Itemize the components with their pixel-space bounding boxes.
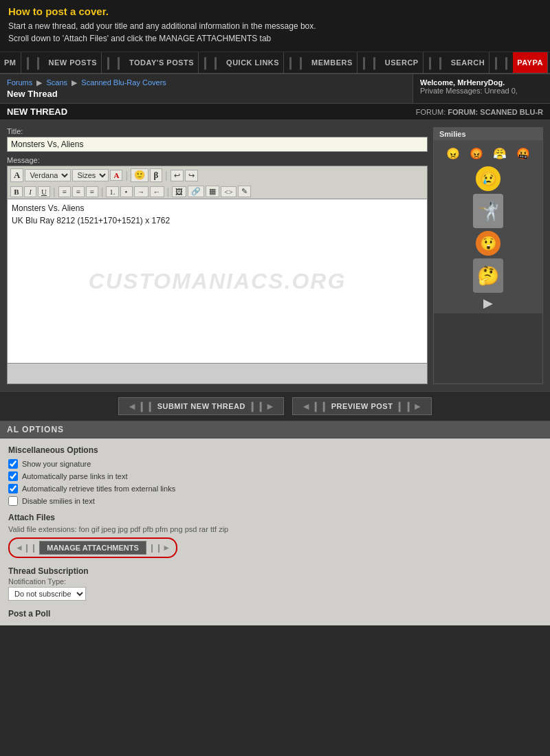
notification-label: Notification Type: (8, 577, 542, 586)
smiley-row-4: 😲 (476, 231, 500, 256)
welcome-text: Welcome, MrHenryDog. (420, 78, 543, 87)
outdent-btn[interactable]: ← (150, 186, 164, 197)
nav-new-posts[interactable]: NEW POSTS (45, 52, 102, 73)
submit-dec-left: ◄❙❙ (127, 401, 154, 412)
how-to-desc1: Start a new thread, add your title and a… (8, 20, 542, 32)
checkbox-signature-label: Show your signature (22, 460, 91, 468)
align-center-btn[interactable]: ≡ (72, 186, 85, 197)
smiley-confused[interactable]: 🤔 (473, 258, 503, 293)
toolbar-bold-icon[interactable]: A (10, 168, 23, 182)
italic-btn[interactable]: I (24, 186, 36, 197)
title-input[interactable] (7, 137, 428, 152)
smiley-surprised[interactable]: 😲 (476, 231, 500, 256)
insert-link-btn[interactable]: 🔗 (188, 186, 204, 197)
manage-attachments-button[interactable]: MANAGE ATTACHMENTS (39, 541, 146, 555)
special-char-btn[interactable]: β (150, 168, 162, 182)
attach-section: Attach Files Valid file extensions: fon … (8, 513, 542, 558)
action-buttons: ◄❙❙ SUBMIT NEW THREAD ❙❙► ◄❙❙ PREVIEW PO… (0, 391, 550, 421)
misc-btn[interactable]: ✎ (238, 186, 251, 197)
manage-dec-left: ◄❙❙ (15, 543, 37, 553)
checkbox-parse-links-label: Automatically parse links in text (22, 472, 127, 480)
smiley-btn[interactable]: 🙂 (131, 168, 148, 182)
nav-pm[interactable]: PM (0, 52, 21, 73)
smiley-angry-2[interactable]: 😡 (466, 143, 487, 164)
checkbox-disable-smilies-label: Disable smilies in text (22, 497, 95, 505)
submit-label: SUBMIT NEW THREAD (157, 402, 245, 410)
attach-highlight: ◄❙❙ MANAGE ATTACHMENTS ❙❙► (8, 537, 177, 558)
misc-title: Miscellaneous Options (8, 445, 542, 455)
submit-thread-button[interactable]: ◄❙❙ SUBMIT NEW THREAD ❙❙► (118, 397, 284, 415)
attach-extensions: Valid file extensions: fon gif jpeg jpg … (8, 525, 542, 533)
pm-info: Private Messages: Unread 0, (420, 87, 543, 95)
checkbox-retrieve-titles-input[interactable] (8, 484, 18, 493)
nav-usercp[interactable]: USERCP (381, 52, 424, 73)
checkbox-retrieve-titles: Automatically retrieve titles from exter… (8, 484, 542, 493)
manage-dec-right: ❙❙► (148, 543, 170, 553)
subscription-title: Thread Subscription (8, 566, 542, 576)
indent-btn[interactable]: → (134, 186, 148, 197)
editor-text: Monsters Vs. Aliens UK Blu Ray 8212 (152… (12, 203, 423, 225)
title-label: Title: (7, 127, 428, 135)
smiley-action[interactable]: 🤺 (473, 194, 503, 228)
unordered-list-btn[interactable]: • (120, 186, 133, 197)
smiley-angry-4[interactable]: 🤬 (513, 143, 534, 164)
checkbox-disable-smilies: Disable smilies in text (8, 496, 542, 506)
nav-search[interactable]: SEARCH (447, 52, 490, 73)
font-select[interactable]: Verdana (25, 169, 71, 181)
smiley-angry-1[interactable]: 😠 (443, 143, 463, 164)
underline-btn[interactable]: U (38, 186, 50, 197)
breadcrumb-scans[interactable]: Scans (47, 78, 68, 87)
editor-line1: Monsters Vs. Aliens (12, 203, 423, 213)
checkbox-parse-links-input[interactable] (8, 471, 18, 481)
checkbox-parse-links: Automatically parse links in text (8, 471, 542, 481)
undo-btn[interactable]: ↩ (170, 170, 184, 181)
align-left-btn[interactable]: ≡ (58, 186, 71, 197)
notification-select[interactable]: Do not subscribe (8, 587, 86, 601)
nav-members[interactable]: MEMBERS (307, 52, 358, 73)
thread-header: NEW THREAD FORUM: FORUM: SCANNED BLU-R (0, 104, 550, 120)
options-body: Miscellaneous Options Show your signatur… (0, 438, 550, 625)
new-thread-heading: NEW THREAD (7, 107, 67, 117)
message-label: Message: (7, 156, 428, 164)
editor-content-area[interactable]: CUSTOMANIACS.ORG Monsters Vs. Aliens UK … (7, 199, 428, 364)
new-thread-label: New Thread (7, 89, 406, 99)
preview-dec-right: ❙❙► (395, 401, 422, 412)
watermark: CUSTOMANIACS.ORG (89, 269, 346, 294)
smiley-row-6: ▶ (483, 296, 493, 311)
smilies-header: Smilies (434, 128, 542, 140)
toolbar-row2: B I U | ≡ ≡ ≡ | 1. • → ← | 🖼 🔗 ▦ <> ✎ (7, 184, 428, 199)
additional-options: AL OPTIONS Miscellaneous Options Show yo… (0, 421, 550, 625)
checkbox-signature: Show your signature (8, 459, 542, 469)
html-btn[interactable]: <> (221, 186, 236, 197)
breadcrumb-left: Forums ▶ Scans ▶ Scanned Blu-Ray Covers … (0, 74, 412, 103)
table-btn[interactable]: ▦ (206, 186, 219, 197)
smiley-cry[interactable]: 😢 (476, 166, 500, 191)
nav-quick-links[interactable]: QUICK LINKS (222, 52, 284, 73)
checkbox-signature-input[interactable] (8, 459, 18, 469)
redo-btn[interactable]: ↪ (185, 170, 198, 181)
how-to-desc2: Scroll down to 'Attach Files' and click … (8, 32, 542, 45)
nav-paypa[interactable]: PAYPA (513, 52, 548, 73)
bold-btn[interactable]: B (10, 186, 23, 197)
breadcrumb-forums[interactable]: Forums (7, 78, 32, 87)
top-info-bar: How to post a cover. Start a new thread,… (0, 0, 550, 52)
nav-bar: PM ❙❙ NEW POSTS ❙❙ TODAY'S POSTS ❙❙ QUIC… (0, 52, 550, 74)
checkbox-disable-smilies-input[interactable] (8, 496, 18, 506)
submit-dec-right: ❙❙► (248, 401, 275, 412)
smiley-angry-3[interactable]: 😤 (490, 143, 510, 164)
ordered-list-btn[interactable]: 1. (106, 186, 118, 197)
breadcrumb-section[interactable]: Scanned Blu-Ray Covers (81, 78, 166, 87)
smilies-nav[interactable]: ▶ (483, 296, 493, 311)
preview-post-button[interactable]: ◄❙❙ PREVIEW POST ❙❙► (292, 397, 431, 415)
size-select[interactable]: Sizes (72, 169, 109, 181)
nav-todays-posts[interactable]: TODAY'S POSTS (125, 52, 199, 73)
insert-image-btn[interactable]: 🖼 (172, 186, 186, 197)
font-color-btn[interactable]: A (110, 170, 122, 181)
smiley-row-3: 🤺 (473, 194, 503, 228)
breadcrumb-bar: Forums ▶ Scans ▶ Scanned Blu-Ray Covers … (0, 74, 550, 104)
align-right-btn[interactable]: ≡ (86, 186, 98, 197)
editor-panel: Title: Message: A Verdana Sizes A | 🙂 β … (7, 127, 428, 384)
poll-title: Post a Poll (8, 609, 542, 619)
toolbar-row1: A Verdana Sizes A | 🙂 β | ↩ ↪ (7, 166, 428, 184)
poll-section: Post a Poll (8, 609, 542, 619)
